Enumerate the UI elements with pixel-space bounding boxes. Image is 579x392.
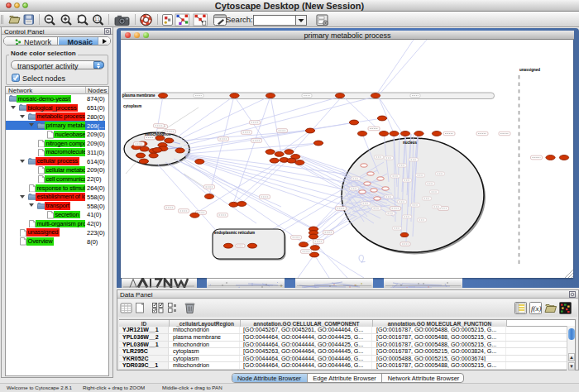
svg-text:f(x): f(x) bbox=[531, 304, 542, 313]
svg-text:1:1: 1:1 bbox=[95, 17, 101, 22]
svg-text:Search:: Search: bbox=[226, 15, 253, 24]
